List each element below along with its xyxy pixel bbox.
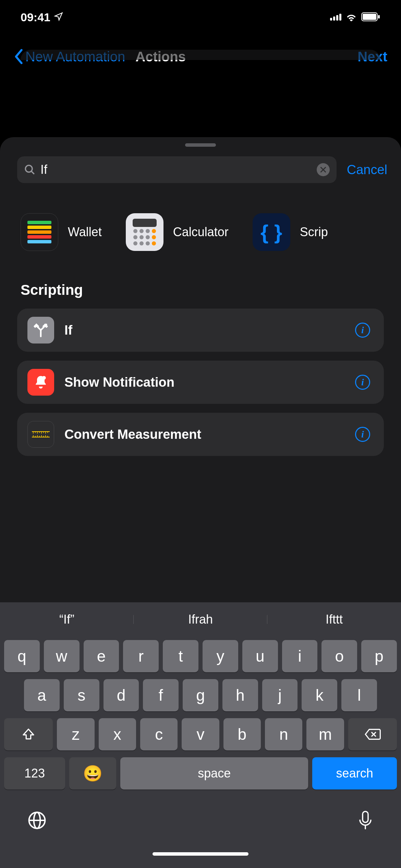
keyboard-suggestions: “If” Ifrah Ifttt (0, 602, 401, 637)
suggestion[interactable]: Ifrah (134, 612, 267, 627)
key-f[interactable]: f (143, 679, 179, 711)
key-search[interactable]: search (312, 757, 397, 789)
action-show-notification[interactable]: Show Notification i (17, 361, 384, 404)
key-j[interactable]: j (262, 679, 298, 711)
emoji-icon: 😀 (83, 764, 102, 783)
shift-icon (22, 727, 35, 741)
info-button[interactable]: i (355, 375, 370, 390)
app-label: Scrip (300, 225, 328, 239)
search-field[interactable] (17, 156, 337, 183)
action-label: If (64, 323, 345, 338)
key-d[interactable]: d (104, 679, 139, 711)
key-delete[interactable] (348, 718, 397, 750)
home-indicator[interactable] (153, 852, 248, 856)
search-input[interactable] (40, 162, 312, 177)
battery-icon (361, 11, 380, 24)
app-calculator[interactable]: Calculator (126, 213, 242, 251)
svg-rect-1 (363, 14, 376, 20)
globe-icon (27, 811, 47, 830)
key-t[interactable]: t (163, 640, 198, 672)
key-w[interactable]: w (44, 640, 80, 672)
key-c[interactable]: c (140, 718, 178, 750)
svg-rect-31 (363, 811, 368, 822)
info-button[interactable]: i (355, 427, 370, 442)
clear-search-button[interactable] (317, 163, 330, 176)
key-shift[interactable] (4, 718, 53, 750)
search-icon (24, 164, 36, 176)
key-g[interactable]: g (183, 679, 218, 711)
dictation-button[interactable] (357, 810, 374, 835)
key-z[interactable]: z (57, 718, 94, 750)
action-if[interactable]: If i (17, 309, 384, 352)
key-x[interactable]: x (99, 718, 136, 750)
status-bar: 09:41 (0, 0, 401, 34)
key-space[interactable]: space (120, 757, 308, 789)
svg-line-4 (31, 171, 34, 174)
app-label: Calculator (173, 225, 229, 239)
key-a[interactable]: a (24, 679, 60, 711)
key-i[interactable]: i (282, 640, 318, 672)
key-n[interactable]: n (265, 718, 302, 750)
key-q[interactable]: q (4, 640, 40, 672)
svg-point-3 (25, 165, 32, 172)
app-scripting[interactable]: { } Scrip (253, 213, 342, 251)
key-row-3: z x c v b n m (4, 718, 397, 750)
ruler-icon (27, 421, 54, 448)
mic-icon (357, 810, 374, 831)
key-h[interactable]: h (222, 679, 258, 711)
action-label: Show Notification (64, 375, 345, 390)
key-l[interactable]: l (341, 679, 377, 711)
actions-list: If i Show Notification i Convert Measure… (0, 309, 401, 456)
keyboard: “If” Ifrah Ifttt q w e r t y u i o p a s… (0, 602, 401, 868)
info-button[interactable]: i (355, 323, 370, 338)
cancel-button[interactable]: Cancel (347, 162, 387, 177)
key-o[interactable]: o (321, 640, 357, 672)
delete-icon (364, 728, 381, 740)
key-b[interactable]: b (223, 718, 261, 750)
key-numbers[interactable]: 123 (4, 757, 65, 789)
wallet-icon (21, 213, 58, 251)
globe-button[interactable] (27, 811, 47, 834)
suggestion[interactable]: Ifttt (267, 612, 401, 627)
key-s[interactable]: s (64, 679, 99, 711)
calculator-icon (126, 213, 163, 251)
suggestion[interactable]: “If” (0, 612, 134, 627)
key-v[interactable]: v (182, 718, 219, 750)
key-e[interactable]: e (84, 640, 119, 672)
section-header: Scripting (0, 272, 401, 309)
scripting-icon: { } (253, 213, 290, 251)
app-wallet[interactable]: Wallet (21, 213, 116, 251)
key-emoji[interactable]: 😀 (69, 757, 116, 789)
bell-icon (27, 369, 54, 396)
wifi-icon (345, 11, 357, 24)
action-label: Convert Measurement (64, 427, 345, 442)
key-p[interactable]: p (361, 640, 397, 672)
key-row-1: q w e r t y u i o p (4, 640, 397, 672)
key-m[interactable]: m (306, 718, 344, 750)
sheet-grabber[interactable] (185, 143, 216, 147)
key-k[interactable]: k (302, 679, 337, 711)
svg-rect-2 (378, 15, 380, 19)
apps-row[interactable]: Wallet Calculator { } Scrip (0, 193, 401, 272)
key-y[interactable]: y (203, 640, 238, 672)
key-row-2: a s d f g h j k l (4, 679, 397, 711)
key-row-4: 123 😀 space search (4, 757, 397, 789)
key-u[interactable]: u (242, 640, 278, 672)
action-convert-measurement[interactable]: Convert Measurement i (17, 413, 384, 456)
close-icon (320, 167, 326, 173)
app-label: Wallet (68, 225, 102, 239)
branch-icon (27, 317, 54, 343)
key-r[interactable]: r (123, 640, 159, 672)
sheet-stack-hint (21, 50, 380, 60)
svg-point-7 (42, 376, 46, 380)
location-icon (54, 11, 63, 24)
cellular-icon (330, 14, 341, 21)
status-time: 09:41 (21, 11, 50, 24)
